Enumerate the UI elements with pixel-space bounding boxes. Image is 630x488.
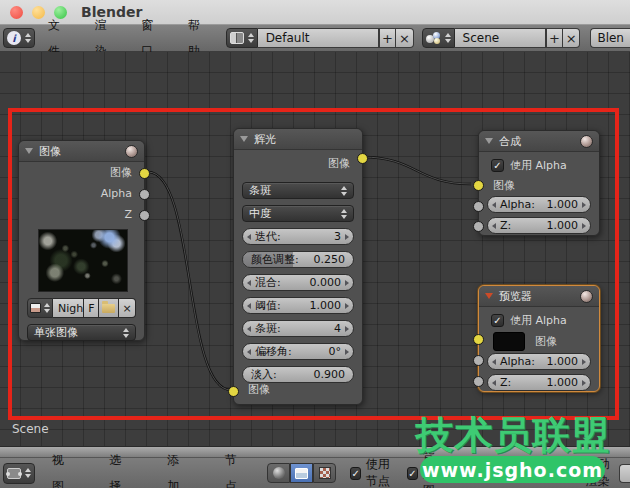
render-engine-select[interactable]: Blen bbox=[590, 28, 630, 48]
socket-image-out[interactable] bbox=[139, 168, 150, 179]
socket-z-in[interactable] bbox=[473, 376, 484, 387]
increment-icon[interactable] bbox=[345, 326, 349, 332]
delete-scene-button[interactable]: × bbox=[563, 28, 580, 48]
scene-field[interactable]: Scene bbox=[455, 28, 546, 48]
watermark-title: 技术员联盟 bbox=[398, 414, 628, 456]
glare-fade-slider[interactable]: 淡入: 0.900 bbox=[242, 366, 354, 383]
texture-nodes-toggle[interactable] bbox=[313, 463, 336, 483]
socket-image-out[interactable] bbox=[357, 153, 368, 164]
delete-layout-button[interactable]: × bbox=[396, 28, 413, 48]
glare-angle-offset-field[interactable]: 偏移角: 0° bbox=[242, 343, 354, 360]
use-alpha-row: ✓ 使用 Alpha bbox=[479, 154, 599, 176]
image-source-select[interactable]: 单张图像 bbox=[27, 324, 136, 341]
glare-threshold-field[interactable]: 阈值: 1.000 bbox=[242, 297, 354, 314]
glare-streaks-field[interactable]: 条斑: 4 bbox=[242, 320, 354, 337]
node-glare-header[interactable]: 辉光 bbox=[234, 129, 362, 150]
menu-view[interactable]: 视图 bbox=[39, 447, 81, 488]
add-scene-button[interactable]: + bbox=[546, 28, 563, 48]
decrement-icon[interactable] bbox=[247, 234, 251, 240]
compositing-nodes-toggle[interactable] bbox=[290, 463, 313, 483]
increment-icon[interactable] bbox=[582, 380, 586, 386]
decrement-icon[interactable] bbox=[492, 380, 496, 386]
collapse-triangle-icon[interactable] bbox=[240, 136, 248, 142]
node-composite[interactable]: 合成 ✓ 使用 Alpha 图像 Alpha: 1.000 Z: 1.000 bbox=[478, 130, 600, 236]
image-icon bbox=[295, 468, 308, 479]
fake-user-button[interactable]: F bbox=[84, 298, 99, 318]
open-image-button[interactable] bbox=[99, 298, 119, 318]
node-composite-header[interactable]: 合成 bbox=[479, 131, 599, 152]
viewer-z-field[interactable]: Z: 1.000 bbox=[487, 374, 591, 391]
top-header-bar: i 文件 渲染 窗口 帮助 Default + × Scene + × Blen bbox=[0, 24, 630, 52]
node-title: 辉光 bbox=[254, 132, 356, 147]
increment-icon[interactable] bbox=[345, 280, 349, 286]
add-layout-button[interactable]: + bbox=[379, 28, 396, 48]
decrement-icon[interactable] bbox=[247, 303, 251, 309]
node-glare[interactable]: 辉光 图像 条斑 中度 迭代: 3 颜色调整: 0.250 混合: 0.000 bbox=[233, 128, 363, 405]
composite-z-field[interactable]: Z: 1.000 bbox=[487, 217, 591, 234]
decrement-icon[interactable] bbox=[492, 223, 496, 229]
socket-alpha-out[interactable] bbox=[139, 189, 150, 200]
menu-add[interactable]: 添加 bbox=[154, 447, 196, 488]
increment-icon[interactable] bbox=[582, 359, 586, 365]
preview-sphere-icon bbox=[125, 145, 138, 158]
decrement-icon[interactable] bbox=[492, 202, 496, 208]
node-viewer-header[interactable]: 预览器 bbox=[479, 286, 599, 307]
socket-z-in[interactable] bbox=[473, 221, 484, 232]
socket-alpha-in[interactable] bbox=[473, 355, 484, 366]
editor-type-info-button[interactable]: i bbox=[3, 28, 35, 48]
menu-select[interactable]: 选择 bbox=[97, 447, 139, 488]
editor-type-button[interactable] bbox=[3, 463, 35, 484]
menu-node[interactable]: 节点 bbox=[212, 447, 254, 488]
shader-nodes-toggle[interactable] bbox=[267, 463, 290, 483]
info-icon: i bbox=[7, 31, 21, 45]
image-name-field[interactable]: Nigh bbox=[53, 298, 84, 318]
socket-image-in[interactable] bbox=[473, 334, 484, 345]
screen-layout-browse-button[interactable] bbox=[226, 28, 258, 48]
viewer-alpha-field[interactable]: Alpha: 1.000 bbox=[487, 353, 591, 370]
use-alpha-checkbox[interactable]: ✓ bbox=[491, 159, 504, 172]
increment-icon[interactable] bbox=[582, 223, 586, 229]
glare-color-modulation-slider[interactable]: 颜色调整: 0.250 bbox=[242, 251, 354, 268]
node-image[interactable]: 图像 图像 Alpha Z Nigh F × 单张图像 bbox=[18, 140, 145, 341]
screen-layout-field[interactable]: Default bbox=[258, 28, 379, 48]
close-window-icon[interactable] bbox=[10, 6, 23, 19]
decrement-icon[interactable] bbox=[247, 280, 251, 286]
increment-icon[interactable] bbox=[345, 303, 349, 309]
glare-mix-field[interactable]: 混合: 0.000 bbox=[242, 274, 354, 291]
image-browse-button[interactable] bbox=[27, 298, 53, 318]
node-viewer[interactable]: 预览器 ✓ 使用 Alpha 图像 Alpha: 1.000 Z: 1.000 bbox=[478, 285, 600, 392]
scene-icon bbox=[426, 32, 441, 44]
backdrop-checkbox[interactable]: ✓ bbox=[407, 467, 417, 480]
glare-type-select[interactable]: 条斑 bbox=[242, 182, 354, 199]
watermark-url: www.jsgho.com bbox=[420, 456, 605, 483]
input-row-image: 图像 bbox=[479, 331, 599, 351]
decrement-icon[interactable] bbox=[247, 326, 251, 332]
node-title: 图像 bbox=[39, 144, 119, 159]
output-row-image: 图像 bbox=[19, 162, 144, 183]
use-alpha-checkbox[interactable]: ✓ bbox=[491, 314, 504, 327]
increment-icon[interactable] bbox=[345, 234, 349, 240]
socket-image-in[interactable] bbox=[228, 386, 239, 397]
glare-quality-select[interactable]: 中度 bbox=[242, 205, 354, 222]
socket-alpha-in[interactable] bbox=[473, 201, 484, 212]
decrement-icon[interactable] bbox=[492, 359, 496, 365]
node-title: 合成 bbox=[499, 134, 574, 149]
collapse-triangle-icon[interactable] bbox=[25, 148, 33, 154]
screen-layout-icon bbox=[230, 32, 244, 44]
viewer-color-swatch[interactable] bbox=[493, 332, 525, 351]
unlink-image-button[interactable]: × bbox=[119, 298, 136, 318]
socket-image-in[interactable] bbox=[473, 180, 484, 191]
scene-browse-button[interactable] bbox=[422, 28, 455, 48]
glare-iterations-field[interactable]: 迭代: 3 bbox=[242, 228, 354, 245]
clipped-header-button[interactable] bbox=[619, 464, 630, 483]
node-editor-canvas[interactable]: Scene 图像 图像 Alpha Z Nigh F × 单张图像 bbox=[0, 52, 630, 446]
decrement-icon[interactable] bbox=[247, 349, 251, 355]
composite-alpha-field[interactable]: Alpha: 1.000 bbox=[487, 196, 591, 213]
increment-icon[interactable] bbox=[345, 349, 349, 355]
collapse-triangle-icon[interactable] bbox=[485, 293, 493, 299]
node-image-header[interactable]: 图像 bbox=[19, 141, 144, 162]
use-nodes-checkbox[interactable]: ✓ bbox=[350, 467, 360, 480]
increment-icon[interactable] bbox=[582, 202, 586, 208]
collapse-triangle-icon[interactable] bbox=[485, 138, 493, 144]
socket-z-out[interactable] bbox=[139, 210, 150, 221]
